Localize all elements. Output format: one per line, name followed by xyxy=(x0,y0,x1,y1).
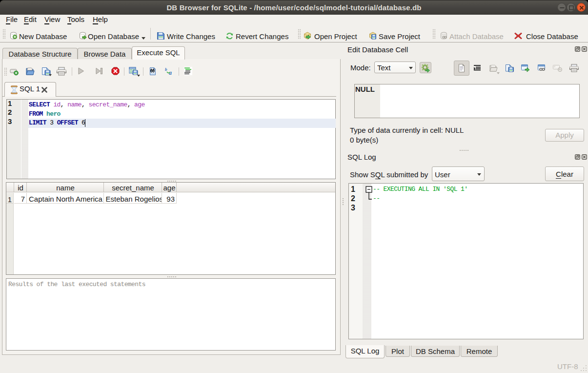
svg-text:b: b xyxy=(165,67,167,72)
